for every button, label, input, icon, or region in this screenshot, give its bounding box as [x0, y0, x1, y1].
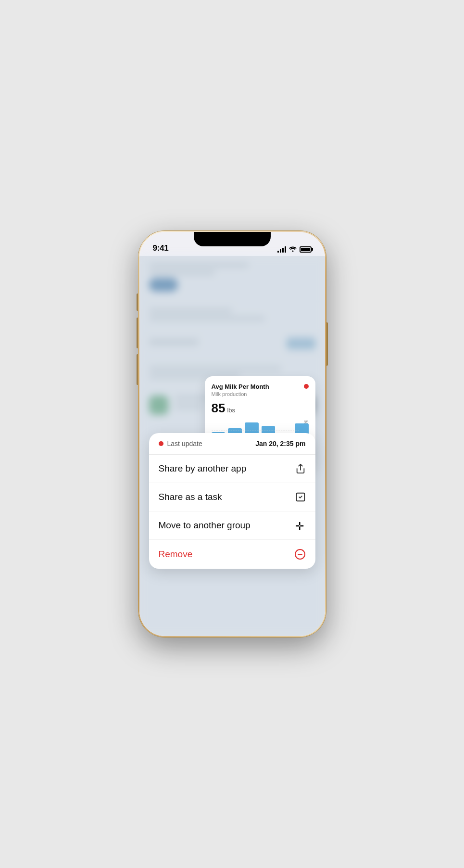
last-update-indicator: Last update	[159, 440, 202, 447]
chart-y-label-85: 85	[303, 420, 308, 424]
share-by-app-label: Share by another app	[159, 463, 247, 474]
signal-bars-icon	[277, 246, 286, 253]
phone-inner: 9:41	[139, 232, 325, 636]
remove-label: Remove	[159, 549, 193, 560]
share-by-app-item[interactable]: Share by another app	[149, 455, 315, 483]
power-button[interactable]	[326, 322, 328, 366]
wifi-icon	[289, 245, 297, 253]
chart-subtitle: Milk production	[212, 391, 309, 397]
menu-header: Last update Jan 20, 2:35 pm	[149, 433, 315, 455]
signal-bar-1	[277, 251, 279, 253]
status-time: 9:41	[153, 243, 169, 253]
chart-title: Avg Milk Per Month	[212, 383, 269, 390]
move-to-group-label: Move to another group	[159, 520, 251, 531]
signal-bar-3	[282, 248, 284, 253]
chart-header: Avg Milk Per Month	[212, 383, 309, 390]
chart-status-dot	[304, 384, 309, 389]
phone-wrapper: 9:41	[138, 231, 326, 637]
update-status-dot	[159, 441, 163, 446]
notch	[194, 232, 271, 246]
signal-bar-4	[285, 246, 286, 253]
screen: 9:41	[139, 232, 325, 636]
checkbox-icon	[295, 492, 306, 502]
status-icons	[277, 245, 312, 253]
volume-up-button[interactable]	[137, 318, 138, 348]
signal-bar-2	[280, 249, 281, 253]
move-icon: ✛	[295, 520, 306, 531]
battery-fill	[301, 248, 310, 251]
last-update-time: Jan 20, 2:35 pm	[255, 440, 305, 447]
last-update-label: Last update	[167, 440, 202, 447]
phone-frame: 9:41	[138, 231, 326, 637]
minus-circle-icon	[294, 549, 306, 560]
context-menu: Last update Jan 20, 2:35 pm Share by ano…	[149, 433, 315, 569]
battery-icon	[300, 246, 312, 253]
remove-item[interactable]: Remove	[149, 540, 315, 569]
share-as-task-item[interactable]: Share as a task	[149, 483, 315, 511]
share-as-task-label: Share as a task	[159, 492, 222, 502]
chart-value-number: 85	[212, 401, 226, 416]
mute-button[interactable]	[137, 294, 138, 311]
chart-line-85	[212, 431, 299, 431]
chart-value-unit: lbs	[227, 407, 235, 414]
chart-value: 85 lbs	[212, 401, 309, 416]
move-to-group-item[interactable]: Move to another group ✛	[149, 511, 315, 540]
volume-down-button[interactable]	[137, 354, 138, 385]
share-icon	[295, 463, 306, 474]
